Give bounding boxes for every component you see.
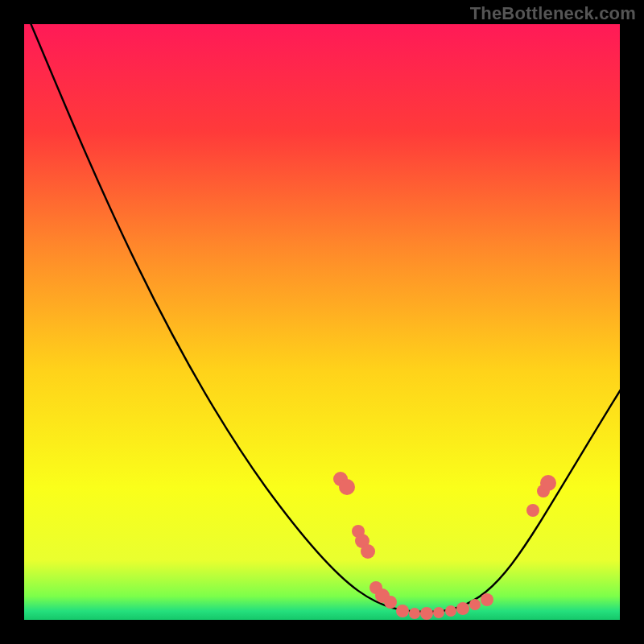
plot-area — [24, 24, 620, 620]
data-marker — [456, 602, 469, 615]
data-marker — [469, 599, 481, 610]
gradient-background — [24, 24, 620, 620]
chart-svg — [24, 24, 620, 620]
data-marker — [339, 479, 355, 495]
data-marker — [433, 607, 444, 618]
chart-stage: TheBottleneck.com — [0, 0, 644, 644]
data-marker — [384, 596, 397, 609]
data-marker — [445, 605, 456, 617]
data-marker — [409, 608, 420, 619]
data-marker — [361, 544, 375, 559]
data-marker — [420, 607, 433, 620]
watermark-label: TheBottleneck.com — [470, 3, 636, 24]
data-marker — [396, 605, 409, 617]
data-marker — [526, 504, 539, 517]
data-marker — [481, 593, 493, 606]
data-marker — [540, 475, 556, 491]
